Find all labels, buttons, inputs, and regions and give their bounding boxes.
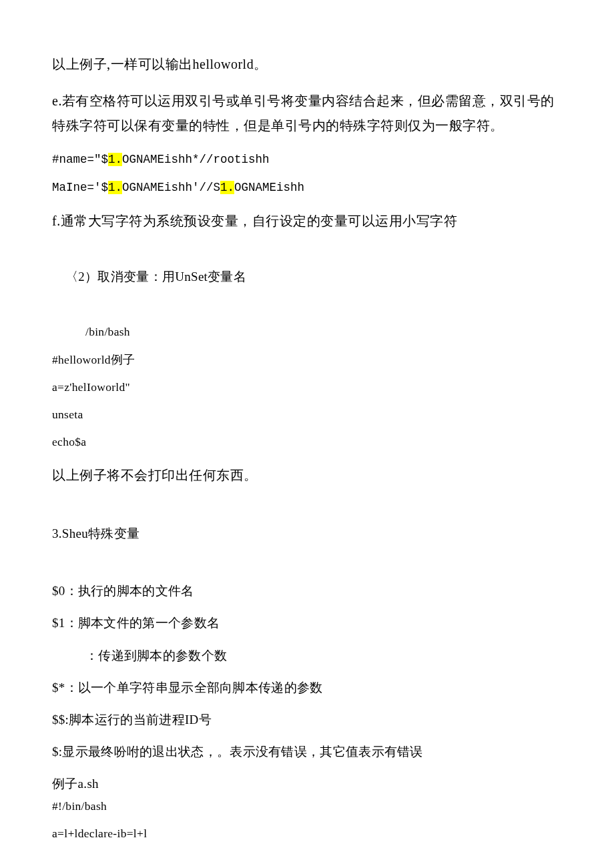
code-line: #!/bin/bash — [52, 797, 562, 815]
code-frag: #name="$ — [52, 153, 108, 166]
highlight: 1. — [108, 181, 122, 194]
highlight: 1. — [108, 153, 122, 166]
text-line: 以上例子将不会打印出任何东西。 — [52, 463, 562, 488]
code-frag: OGNAMEishh'//S — [122, 181, 220, 194]
code-line: a=z'helIoworld" — [52, 378, 562, 396]
highlight: 1. — [220, 181, 234, 194]
text-line: $0：执行的脚本的文件名 — [52, 580, 562, 602]
text-line: $:显示最终吩咐的退出状态，。表示没有错误，其它值表示有错误 — [52, 741, 562, 763]
code-line: /bin/bash — [52, 323, 562, 341]
text-line: 〈2）取消变量：用UnSet变量名 — [52, 266, 562, 288]
code-line: unseta — [52, 406, 562, 424]
code-line: a=l+ldeclare-ib=l+l — [52, 825, 562, 843]
text-line: ：传递到脚本的参数个数 — [52, 644, 562, 667]
code-line: #helloworld例子 — [52, 351, 562, 369]
text-line: 3.Sheu特殊变量 — [52, 522, 562, 545]
code-line: MaIne='$1.OGNAMEishh'//S1.OGNAMEishh — [52, 178, 562, 197]
text-line: 以上例子,一样可以输出helloworld。 — [52, 52, 562, 77]
code-line: #name="$1.OGNAMEishh*//rootishh — [52, 150, 562, 169]
text-line: $*：以一个单字符串显示全部向脚本传递的参数 — [52, 677, 562, 699]
code-frag: OGNAMEishh — [234, 181, 304, 194]
text-line: e.若有空格符可以运用双引号或单引号将变量内容结合起来，但必需留意，双引号的特殊… — [52, 89, 562, 138]
code-frag: MaIne='$ — [52, 181, 108, 194]
text-line: f.通常大写字符为系统预设变量，自行设定的变量可以运用小写字符 — [52, 209, 562, 234]
code-frag: OGNAMEishh*//rootishh — [122, 153, 270, 166]
text-line: $$:脚本运行的当前进程ID号 — [52, 709, 562, 731]
text-line: $1：脚本文件的第一个参数名 — [52, 612, 562, 634]
text-line: 例子a.sh — [52, 773, 562, 795]
code-line: echo$a — [52, 433, 562, 451]
